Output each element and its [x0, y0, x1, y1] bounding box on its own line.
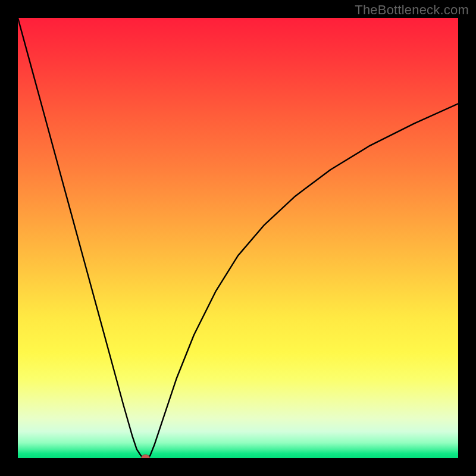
- minimum-marker: [142, 455, 150, 458]
- bottleneck-curve: [18, 18, 458, 458]
- chart-frame: TheBottleneck.com: [0, 0, 476, 476]
- watermark-text: TheBottleneck.com: [355, 2, 469, 18]
- plot-area: [18, 18, 458, 458]
- curve-svg: [18, 18, 458, 458]
